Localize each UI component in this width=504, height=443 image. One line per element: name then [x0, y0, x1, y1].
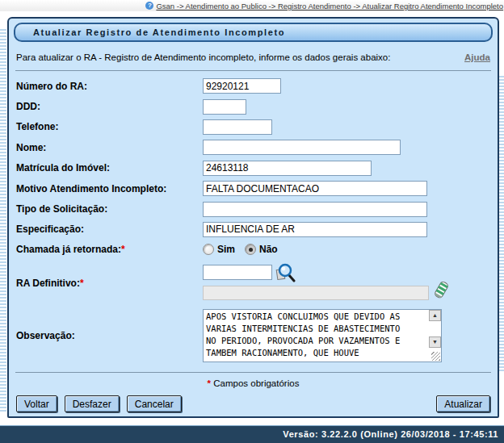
motivo-label: Motivo Atendimento Incompleto:	[16, 183, 203, 194]
resize-grip-icon[interactable]	[431, 352, 440, 361]
ddd-label: DDD:	[16, 101, 203, 112]
row-observacao: Observação: APOS VISTORIA CONCLUIMOS QUE…	[14, 309, 493, 362]
divider-bottom	[15, 372, 491, 373]
tipo-solicitacao-input[interactable]	[203, 202, 427, 217]
especificacao-input[interactable]	[203, 222, 427, 237]
ra-definitivo-description-field	[203, 286, 429, 300]
observacao-field-frame: APOS VISTORIA CONCLUIMOS QUE DEVIDO AS V…	[203, 309, 442, 362]
nome-label: Nome:	[16, 142, 203, 153]
telefone-input[interactable]	[203, 119, 272, 135]
observacao-textarea[interactable]: APOS VISTORIA CONCLUIMOS QUE DEVIDO AS V…	[204, 310, 441, 362]
button-row: Voltar Desfazer Cancelar Atualizar	[14, 395, 493, 412]
ddd-input[interactable]	[203, 99, 246, 115]
row-numero-ra: Número do RA:	[14, 76, 493, 96]
row-nome: Nome:	[14, 137, 493, 157]
required-note: * Campos obrigatórios	[14, 378, 493, 388]
voltar-button[interactable]: Voltar	[16, 395, 57, 412]
row-motivo: Motivo Atendimento Incompleto:	[14, 178, 493, 199]
desfazer-button[interactable]: Desfazer	[65, 395, 120, 412]
matricula-label: Matrícula do Imóvel:	[16, 162, 203, 173]
radio-nao[interactable]	[245, 244, 256, 255]
chamada-retornada-label: Chamada já retornada:*	[16, 244, 203, 255]
cancelar-button[interactable]: Cancelar	[127, 395, 182, 412]
scroll-down-icon[interactable]: ▼	[429, 336, 441, 348]
row-telefone: Telefone:	[14, 117, 493, 137]
scroll-up-icon[interactable]: ▲	[429, 310, 441, 321]
atualizar-button[interactable]: Atualizar	[436, 395, 490, 412]
numero-ra-input[interactable]	[203, 78, 281, 94]
row-chamada-retornada: Chamada já retornada:* Sim Não	[14, 240, 493, 259]
right-frame-stripes	[499, 74, 504, 371]
divider-top	[15, 70, 491, 71]
radio-sim[interactable]	[203, 244, 214, 255]
row-ddd: DDD:	[14, 96, 493, 116]
search-icon[interactable]	[275, 263, 296, 282]
instruction-text: Para atualizar o RA - Registro de Atendi…	[16, 52, 390, 62]
version-footer: Versão: 3.22.2.0 (Online) 26/03/2018 - 1…	[0, 425, 504, 443]
help-link[interactable]: Ajuda	[464, 52, 490, 62]
radio-nao-label[interactable]: Não	[259, 244, 278, 255]
main-panel: Atualizar Registro de Atendimento Incomp…	[7, 17, 499, 418]
matricula-input[interactable]	[203, 161, 372, 176]
telefone-label: Telefone:	[16, 121, 203, 132]
left-frame-stripes	[0, 27, 6, 413]
nome-input[interactable]	[203, 140, 401, 155]
breadcrumb-bar: ? Gsan -> Atendimento ao Publico -> Regi…	[0, 0, 504, 11]
page-title: Atualizar Registro de Atendimento Incomp…	[14, 23, 493, 42]
row-tipo-solicitacao: Tipo de Solicitação:	[14, 199, 493, 219]
ra-definitivo-label: RA Definitivo:*	[16, 278, 203, 289]
row-matricula: Matrícula do Imóvel:	[14, 158, 493, 178]
motivo-input[interactable]	[203, 181, 427, 196]
tipo-solicitacao-label: Tipo de Solicitação:	[16, 203, 203, 215]
row-especificacao: Especificação:	[14, 219, 493, 240]
help-icon[interactable]: ?	[145, 2, 153, 10]
ra-definitivo-input[interactable]	[203, 265, 272, 280]
form: Número do RA: DDD: Telefone: Nome: Matrí…	[14, 76, 493, 362]
numero-ra-label: Número do RA:	[16, 81, 203, 92]
breadcrumb[interactable]: Gsan -> Atendimento ao Publico -> Regist…	[156, 2, 503, 10]
observacao-label: Observação:	[16, 330, 203, 341]
especificacao-label: Especificação:	[16, 224, 203, 235]
radio-sim-label[interactable]: Sim	[217, 244, 235, 255]
eraser-icon[interactable]	[433, 280, 449, 301]
row-ra-definitivo: RA Definitivo:*	[14, 261, 493, 305]
